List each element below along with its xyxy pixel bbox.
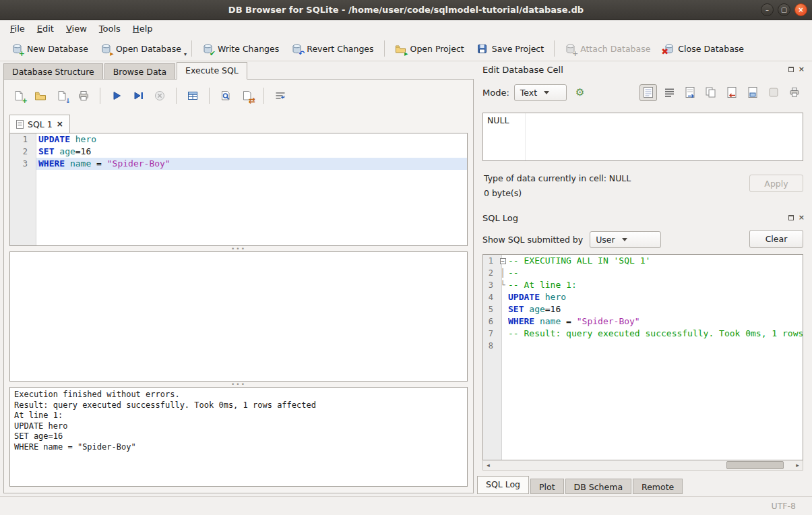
line-number: 6	[483, 315, 497, 328]
fold-gutter	[497, 328, 508, 340]
print-cell-icon[interactable]	[786, 84, 803, 101]
find-replace-icon[interactable]: ⇄	[238, 87, 257, 104]
splitter-handle[interactable]: •••	[9, 382, 468, 387]
tab-db-schema[interactable]: DB Schema	[565, 479, 631, 494]
open-database-dropdown-icon[interactable]: ▾	[184, 52, 187, 57]
results-grid[interactable]	[9, 251, 468, 382]
execute-sql-panel: + ↓	[3, 79, 474, 493]
attach-database-button[interactable]: + Attach Database	[559, 40, 656, 58]
sql-doc-tab-label: SQL 1	[28, 119, 53, 129]
tab-database-structure[interactable]: Database Structure	[3, 63, 103, 79]
maximize-button[interactable]: ▢	[778, 3, 790, 16]
fold-marker-icon[interactable]: −	[497, 255, 508, 267]
tab-browse-data[interactable]: Browse Data	[104, 63, 175, 79]
close-tab-icon[interactable]: ×	[57, 119, 63, 129]
code-text: SET age=16	[508, 303, 561, 315]
execute-current-line-icon[interactable]	[129, 87, 148, 104]
scrollbar-thumb[interactable]	[726, 461, 783, 469]
submitted-by-select[interactable]: User	[590, 231, 661, 248]
set-null-icon[interactable]	[765, 84, 782, 101]
encoding-label[interactable]: UTF-8	[772, 501, 796, 511]
button-label: Attach Database	[580, 44, 650, 54]
import-icon[interactable]	[723, 84, 741, 101]
float-panel-icon[interactable]	[788, 67, 794, 72]
fold-gutter	[32, 146, 38, 158]
window-title: DB Browser for SQLite - /home/user/code/…	[0, 0, 812, 20]
close-panel-icon[interactable]: ×	[799, 214, 805, 221]
scroll-left-icon[interactable]: ◂	[483, 462, 493, 468]
open-sql-tab-icon[interactable]: +	[9, 87, 28, 104]
settings-icon[interactable]: ⚙	[571, 84, 589, 101]
menu-view[interactable]: View	[60, 22, 93, 36]
horizontal-scrollbar[interactable]: ◂ ▸	[482, 460, 803, 471]
toolbar-separator	[191, 40, 192, 57]
fold-gutter	[497, 291, 508, 303]
tab-remote[interactable]: Remote	[633, 479, 683, 494]
menu-file[interactable]: File	[4, 22, 31, 36]
code-text: -- At line 1:	[508, 279, 577, 291]
close-database-icon: ✖	[662, 43, 674, 55]
open-project-button[interactable]: ▸ Open Project	[389, 40, 470, 58]
close-database-button[interactable]: ✖ Close Database	[656, 40, 750, 58]
write-changes-icon: ✔	[202, 43, 214, 55]
save-sql-file-icon[interactable]: ↓	[53, 87, 71, 104]
mode-select[interactable]: Text	[514, 84, 567, 101]
open-file-icon[interactable]	[681, 84, 699, 101]
float-panel-icon[interactable]	[788, 215, 794, 220]
code-line: 8	[483, 340, 803, 352]
cell-type-info: Type of data currently in cell: NULL	[484, 173, 631, 183]
minimize-button[interactable]: –	[761, 3, 774, 16]
export-icon[interactable]	[744, 84, 761, 101]
apply-button[interactable]: Apply	[749, 175, 803, 192]
export-results-icon[interactable]	[183, 87, 202, 104]
scrollbar-track[interactable]	[493, 460, 792, 470]
menu-help[interactable]: Help	[127, 22, 159, 36]
sql-editor[interactable]: 1UPDATE hero2SET age=163WHERE name = "Sp…	[9, 133, 468, 246]
line-number: 4	[483, 291, 497, 303]
close-panel-icon[interactable]: ×	[799, 66, 805, 73]
write-changes-button[interactable]: ✔ Write Changes	[196, 40, 285, 58]
line-number: 2	[10, 146, 32, 158]
open-sql-file-icon[interactable]	[31, 87, 50, 104]
mode-label: Mode:	[482, 88, 509, 98]
scroll-right-icon[interactable]: ▸	[792, 462, 803, 468]
tab-plot[interactable]: Plot	[530, 479, 564, 494]
left-panel: Database Structure Browse Data Execute S…	[3, 61, 474, 496]
copy-icon[interactable]	[702, 84, 720, 101]
close-button[interactable]: ×	[794, 3, 807, 16]
line-number: 1	[10, 133, 32, 146]
cell-size-info: 0 byte(s)	[484, 188, 522, 198]
splitter-handle[interactable]: •••	[9, 246, 468, 251]
open-database-button[interactable]: ▸ Open Database ▾	[94, 40, 187, 58]
code-line: 7-- Result: query executed successfully.…	[483, 328, 803, 340]
new-database-button[interactable]: + New Database	[5, 40, 94, 58]
menu-tools[interactable]: Tools	[93, 22, 127, 36]
find-icon[interactable]	[216, 87, 235, 104]
clear-button[interactable]: Clear	[749, 230, 803, 248]
toolbar-separator	[384, 40, 385, 57]
save-project-button[interactable]: Save Project	[470, 40, 550, 58]
stop-icon[interactable]	[150, 87, 169, 104]
print-icon[interactable]	[74, 87, 93, 104]
fold-gutter	[497, 315, 508, 328]
text-view-icon[interactable]	[639, 84, 657, 101]
button-label: New Database	[27, 44, 88, 54]
menubar: File Edit View Tools Help	[0, 20, 812, 36]
execute-all-icon[interactable]	[107, 87, 126, 104]
cell-value-editor[interactable]: NULL	[482, 113, 803, 161]
sql-log-view[interactable]: 1−-- EXECUTING ALL IN 'SQL 1'2│--3└-- At…	[482, 254, 803, 460]
sql-log-header: SQL Log ×	[482, 211, 805, 224]
code-line: 2SET age=16	[10, 146, 467, 158]
filter-label: Show SQL submitted by	[482, 235, 583, 245]
word-wrap-icon[interactable]	[271, 87, 290, 104]
tab-sql-log[interactable]: SQL Log	[477, 476, 529, 494]
justify-icon[interactable]	[660, 84, 678, 101]
open-database-icon: ▸	[100, 43, 112, 55]
button-label: Close Database	[678, 44, 744, 54]
menu-edit[interactable]: Edit	[31, 22, 60, 36]
code-text: -- Result: query executed successfully. …	[508, 328, 803, 340]
fold-gutter	[497, 340, 508, 352]
tab-execute-sql[interactable]: Execute SQL	[177, 62, 247, 80]
revert-changes-button[interactable]: ↶ Revert Changes	[285, 40, 379, 58]
sql-doc-tab[interactable]: SQL 1 ×	[9, 115, 70, 133]
